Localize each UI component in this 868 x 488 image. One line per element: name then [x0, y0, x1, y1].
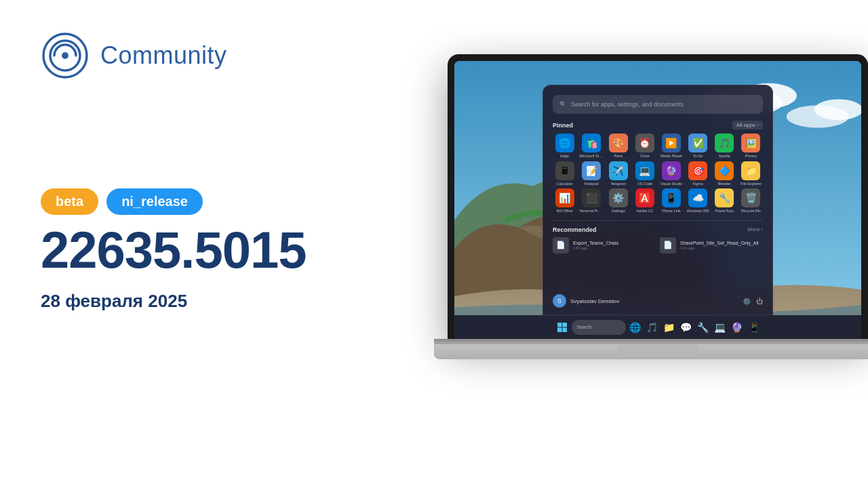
app-ms-store[interactable]: 🛍️Microsoft Store: [579, 134, 604, 159]
rec-time-1: 11h ago: [680, 246, 759, 250]
app-terminal[interactable]: ⬛Terminal Preview: [579, 188, 604, 214]
pinned-label: Pinned: [553, 122, 573, 129]
taskbar-edge[interactable]: 🌐: [628, 320, 643, 335]
taskbar-search-text: Search: [577, 325, 592, 329]
app-recycle-bin[interactable]: 🗑️Recycle Bin: [739, 188, 763, 214]
svg-rect-11: [557, 327, 562, 332]
badges-container: beta ni_release: [41, 188, 420, 215]
start-button[interactable]: [555, 320, 570, 335]
rec-info-0: Export_Teams_Chats 14h ago: [573, 240, 618, 250]
power-icons: ⚙️ ⏻: [743, 298, 763, 305]
right-panel: Search for apps, settings, and documents…: [393, 0, 868, 488]
rec-item-0[interactable]: 📄 Export_Teams_Chats 14h ago: [553, 237, 656, 253]
app-photos[interactable]: 🖼️Photos: [739, 134, 763, 159]
app-file-explorer[interactable]: 📁File Explorer: [739, 161, 763, 186]
badge-ni-release: ni_release: [106, 188, 203, 215]
app-media-player[interactable]: ▶️Media Player: [659, 134, 683, 159]
more-button[interactable]: More ›: [747, 226, 763, 233]
start-search[interactable]: Search for apps, settings, and documents: [553, 95, 763, 114]
svg-point-8: [814, 99, 861, 120]
recommended-items: 📄 Export_Teams_Chats 14h ago 📄 SharePoin…: [553, 237, 763, 253]
start-search-text: Search for apps, settings, and documents: [571, 101, 684, 108]
apps-grid: 🌐Edge 🛍️Microsoft Store 🎨Paint ⏰Clock ▶️…: [553, 134, 763, 214]
recommended-section: Recommended More › 📄 Export_Teams_Chats …: [553, 220, 763, 253]
svg-rect-9: [557, 323, 562, 327]
taskbar-icon-2[interactable]: 🎵: [645, 320, 660, 335]
all-apps-button[interactable]: All apps ›: [732, 121, 763, 129]
laptop-screen: Search for apps, settings, and documents…: [454, 61, 861, 339]
taskbar: Search 🌐 🎵 📁 💬 🔧 💻 🔮 📱: [454, 315, 861, 339]
rec-name-1: SharePoint_Site_Set_Read_Only_All: [680, 240, 759, 246]
app-adobe-cc[interactable]: 🅰️Adobe CC: [633, 188, 656, 214]
settings-power-icon[interactable]: ⚙️: [743, 298, 751, 305]
pinned-header: Pinned All apps ›: [553, 121, 763, 129]
laptop-base: [434, 339, 868, 359]
app-settings[interactable]: ⚙️Settings: [606, 188, 630, 214]
logo-text: Community: [100, 41, 227, 70]
user-info[interactable]: S Svyatoslav Demidov: [553, 294, 619, 308]
user-avatar: S: [553, 294, 566, 308]
app-notepad[interactable]: 📝Notepad: [579, 161, 604, 186]
rec-time-0: 14h ago: [573, 246, 618, 250]
app-edge[interactable]: 🌐Edge: [553, 134, 576, 159]
left-panel: Community beta ni_release 22635.5015 28 …: [41, 0, 420, 488]
power-icon[interactable]: ⏻: [756, 298, 763, 305]
username: Svyatoslav Demidov: [570, 298, 619, 304]
taskbar-icon-7[interactable]: 🔮: [730, 320, 745, 335]
taskbar-icon-4[interactable]: 💬: [679, 320, 694, 335]
app-windows365[interactable]: ☁️Windows 365: [686, 188, 710, 214]
recommended-label: Recommended: [553, 226, 597, 233]
recommended-header: Recommended More ›: [553, 226, 763, 233]
community-logo-icon: [41, 31, 90, 80]
taskbar-icon-5[interactable]: 🔧: [696, 320, 711, 335]
laptop-screen-outer: Search for apps, settings, and documents…: [448, 54, 868, 339]
badge-beta: beta: [41, 188, 98, 215]
app-ms-office[interactable]: 📊MS Office: [553, 188, 576, 214]
app-calculator[interactable]: 🖩Calculator: [553, 161, 576, 186]
laptop-trackpad: [617, 344, 698, 354]
app-telegram[interactable]: ✈️Telegram: [606, 161, 630, 186]
taskbar-center: Search 🌐 🎵 📁 💬 🔧 💻 🔮 📱: [555, 320, 762, 335]
taskbar-icon-6[interactable]: 💻: [713, 320, 728, 335]
app-spotify[interactable]: 🎵Spotify: [713, 134, 736, 159]
app-phone-link[interactable]: 📱Phone Link: [659, 188, 683, 214]
rec-icon-0: 📄: [553, 237, 569, 253]
svg-rect-10: [562, 323, 567, 327]
app-powertoys[interactable]: 🔧PowerToys: [713, 188, 736, 214]
laptop: Search for apps, settings, and documents…: [448, 54, 868, 420]
rec-info-1: SharePoint_Site_Set_Read_Only_All 11h ag…: [680, 240, 759, 250]
taskbar-icon-3[interactable]: 📁: [662, 320, 677, 335]
rec-name-0: Export_Teams_Chats: [573, 240, 618, 246]
laptop-hinge: [434, 339, 868, 344]
build-date: 28 февраля 2025: [41, 291, 420, 312]
logo-area: Community: [41, 31, 420, 80]
taskbar-search[interactable]: Search: [572, 320, 626, 335]
rec-item-1[interactable]: 📄 SharePoint_Site_Set_Read_Only_All 11h …: [660, 237, 763, 253]
app-blender[interactable]: 🔷Blender: [713, 161, 736, 186]
app-vs[interactable]: 🔮Visual Studio: [659, 161, 683, 186]
svg-rect-12: [562, 327, 567, 332]
build-number: 22635.5015: [41, 222, 420, 279]
app-clock[interactable]: ⏰Clock: [633, 134, 656, 159]
app-figma[interactable]: 🎯Figma: [686, 161, 710, 186]
svg-point-2: [62, 52, 68, 59]
start-menu: Search for apps, settings, and documents…: [542, 85, 773, 315]
app-todo[interactable]: ✅To Do: [686, 134, 710, 159]
app-paint[interactable]: 🎨Paint: [606, 134, 630, 159]
app-vscode[interactable]: 💻VS Code: [633, 161, 656, 186]
rec-icon-1: 📄: [660, 237, 676, 253]
user-row: S Svyatoslav Demidov ⚙️ ⏻: [553, 294, 763, 308]
taskbar-icon-8[interactable]: 📱: [747, 320, 762, 335]
